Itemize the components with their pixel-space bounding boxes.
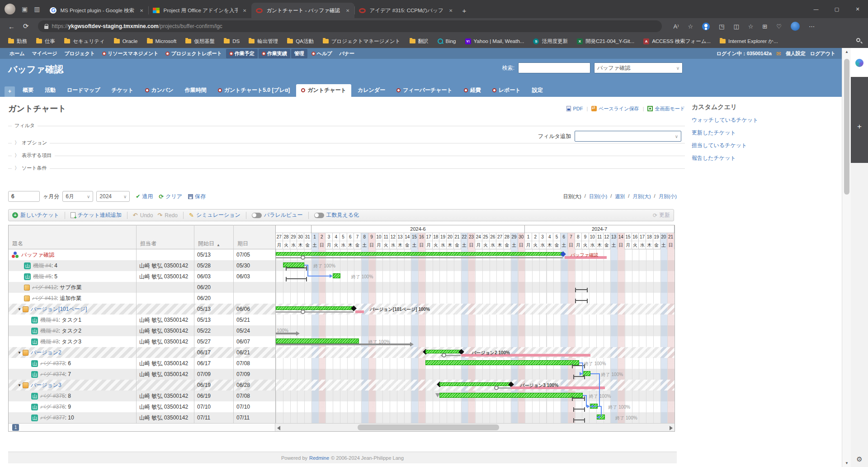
bookmark-item[interactable]: QA活動 bbox=[283, 37, 317, 46]
tab-概要[interactable]: 概要 bbox=[18, 84, 38, 97]
top-menu-item[interactable]: リソースマネジメント bbox=[99, 49, 161, 58]
lock-icon[interactable] bbox=[44, 26, 48, 29]
ticket-link[interactable]: 機能 #5: 5 bbox=[33, 273, 57, 281]
tab-ガントチャート5.0 [プレα][interactable]: ガントチャート5.0 [プレα] bbox=[213, 84, 295, 97]
extensions-icon[interactable]: ◳ bbox=[719, 23, 724, 30]
close-tab-icon[interactable]: ✕ bbox=[241, 8, 248, 13]
task-bar[interactable] bbox=[276, 252, 563, 256]
split-screen-icon[interactable]: ◫ bbox=[733, 23, 739, 30]
assignee-cell[interactable]: 山崎 敏弘 03500142 bbox=[137, 325, 194, 336]
collapse-icon[interactable]: ▼ bbox=[18, 351, 21, 355]
ticket-link[interactable]: バージョン3 bbox=[31, 381, 61, 389]
ticket-link[interactable]: バグ #377: 10 bbox=[40, 414, 74, 422]
minimize-button[interactable]: — bbox=[806, 0, 826, 18]
browser-tab[interactable]: ガントチャート - バッファ確認 - Redmi✕ bbox=[251, 3, 354, 18]
apply-button[interactable]: ✔適用 bbox=[136, 193, 153, 200]
bookmark-item[interactable]: 輸出管理 bbox=[245, 37, 282, 46]
tab-作業時間[interactable]: 作業時間 bbox=[180, 84, 212, 97]
assignee-cell[interactable]: 山崎 敏弘 03500142 bbox=[137, 401, 194, 412]
bookmark-item[interactable]: 勤務 bbox=[5, 37, 31, 46]
task-bar[interactable] bbox=[425, 360, 579, 365]
column-header-start[interactable]: 開始日▲ bbox=[194, 225, 234, 249]
read-aloud-icon[interactable]: A⁾ bbox=[674, 23, 679, 30]
close-tab-icon[interactable]: ✕ bbox=[448, 8, 454, 13]
assignee-cell[interactable]: 山崎 敏弘 03500142 bbox=[137, 271, 194, 282]
top-menu-item[interactable]: プロジェクト bbox=[61, 49, 99, 58]
close-tab-icon[interactable]: ✕ bbox=[138, 8, 145, 13]
tab-ガントチャート[interactable]: ガントチャート bbox=[296, 84, 351, 97]
close-button[interactable]: ✕ bbox=[847, 0, 868, 18]
browser-tab[interactable]: GMS Project plugin - Google 検索✕ bbox=[45, 3, 148, 18]
effort-visualize-toggle[interactable]: 工数見える化 bbox=[314, 211, 359, 219]
assignee-cell[interactable]: 山崎 敏弘 03500142 bbox=[137, 369, 194, 380]
settings-gear-icon[interactable]: ⚙ bbox=[851, 455, 868, 463]
ticket-link[interactable]: 機能 #4: 4 bbox=[33, 262, 57, 270]
year-select[interactable]: 2024∨ bbox=[96, 191, 130, 202]
column-header-due[interactable]: 期日 bbox=[234, 225, 275, 249]
more-menu-icon[interactable]: ⋯ bbox=[809, 23, 815, 30]
top-menu-item[interactable]: プロジェクトレポート bbox=[162, 49, 225, 58]
profile-badge-icon[interactable] bbox=[702, 23, 710, 30]
bookmark-item[interactable]: X開発C21-004_Y-Git... bbox=[573, 37, 638, 46]
profile-avatar-icon[interactable] bbox=[791, 22, 800, 31]
simulation-button[interactable]: ✎シミュレーション bbox=[189, 211, 241, 219]
collapse-icon[interactable]: ▼ bbox=[18, 383, 21, 387]
top-menu-item[interactable]: ヘルプ bbox=[308, 49, 335, 58]
task-bar[interactable] bbox=[439, 382, 511, 386]
column-header-subject[interactable]: 題名 bbox=[9, 225, 137, 249]
search-input[interactable] bbox=[518, 62, 590, 73]
filters-legend[interactable]: フィルタ bbox=[12, 122, 38, 129]
bookmark-item[interactable]: Microsoft bbox=[143, 37, 180, 45]
tab-フィーバーチャート[interactable]: フィーバーチャート bbox=[392, 84, 458, 97]
back-icon[interactable]: ← bbox=[8, 23, 15, 30]
vertical-tabs-icon[interactable]: ▥ bbox=[34, 5, 40, 13]
bookmark-item[interactable]: AACCESS 検索フォーム... bbox=[640, 37, 714, 46]
sidebar-search-icon[interactable] bbox=[856, 38, 860, 42]
bookmark-item[interactable]: 翻訳 bbox=[406, 37, 432, 46]
months-count-input[interactable] bbox=[8, 191, 40, 202]
zoom-level-日別(小)[interactable]: 日別(小) bbox=[589, 193, 607, 200]
continuous-add-button[interactable]: チケット連続追加 bbox=[71, 211, 122, 219]
zoom-level-月別(小)[interactable]: 月別(小) bbox=[659, 193, 677, 200]
address-bar[interactable]: https://ykgwsoftdev-staging.tmxmine.com/… bbox=[38, 20, 662, 32]
bookmark-item[interactable]: 仕事 bbox=[33, 37, 59, 46]
ticket-link[interactable]: 機能 #3: タスク3 bbox=[40, 338, 81, 346]
task-bar[interactable] bbox=[276, 306, 354, 310]
tab-ロードマップ[interactable]: ロードマップ bbox=[62, 84, 105, 97]
section-legend[interactable]: 〉ソート条件 bbox=[12, 165, 50, 172]
page-number-badge[interactable]: 1 bbox=[12, 424, 19, 431]
copilot-icon[interactable] bbox=[855, 59, 863, 67]
redo-button[interactable]: ↷Redo bbox=[157, 212, 178, 219]
clear-button[interactable]: ⟳クリア bbox=[159, 193, 182, 200]
month-select[interactable]: 6月∨ bbox=[62, 191, 93, 202]
tab-活動[interactable]: 活動 bbox=[40, 84, 61, 97]
scroll-down-icon[interactable]: ▼ bbox=[842, 461, 851, 465]
task-bar[interactable] bbox=[590, 404, 598, 409]
pdf-link[interactable]: PDF bbox=[566, 106, 583, 111]
refresh-icon[interactable]: ⟳ bbox=[23, 22, 29, 30]
browser-essentials-icon[interactable]: ♡ bbox=[776, 23, 782, 30]
zoom-level-月別(大)[interactable]: 月別(大) bbox=[632, 193, 651, 200]
ticket-link[interactable]: 機能 #2: タスク2 bbox=[40, 327, 81, 335]
hscroll-thumb[interactable] bbox=[358, 424, 499, 430]
assignee-cell[interactable]: 山崎 敏弘 03500142 bbox=[137, 260, 194, 271]
window-profile-avatar[interactable] bbox=[5, 4, 15, 14]
scrollbar-thumb[interactable] bbox=[844, 59, 849, 195]
bookmark-item[interactable]: Internet Explorer か... bbox=[716, 37, 782, 46]
mail-icon[interactable]: ✉ bbox=[776, 50, 781, 57]
save-button[interactable]: 保存 bbox=[188, 193, 206, 200]
assignee-cell[interactable]: 山崎 敏弘 03500142 bbox=[137, 412, 194, 423]
tab-レポート[interactable]: レポート bbox=[487, 84, 526, 97]
ticket-link[interactable]: バグ #375: 8 bbox=[40, 392, 71, 400]
ticket-link[interactable]: バージョン2 bbox=[31, 349, 61, 357]
top-menu-item[interactable]: バナー bbox=[336, 49, 358, 58]
bookmark-item[interactable]: Oracle bbox=[110, 37, 142, 45]
custom-query-link[interactable]: 更新したチケット bbox=[692, 129, 836, 137]
top-menu-item[interactable]: 管理 bbox=[291, 49, 307, 58]
collapse-icon[interactable]: ▼ bbox=[18, 307, 21, 311]
bookmark-item[interactable]: 仮想基盤 bbox=[182, 37, 218, 46]
parallel-view-toggle[interactable]: パラレルビュー bbox=[252, 211, 303, 219]
bookmark-item[interactable]: Bing bbox=[434, 37, 460, 45]
chart-horizontal-scrollbar[interactable] bbox=[275, 424, 675, 431]
top-menu-item[interactable]: マイページ bbox=[29, 49, 61, 58]
